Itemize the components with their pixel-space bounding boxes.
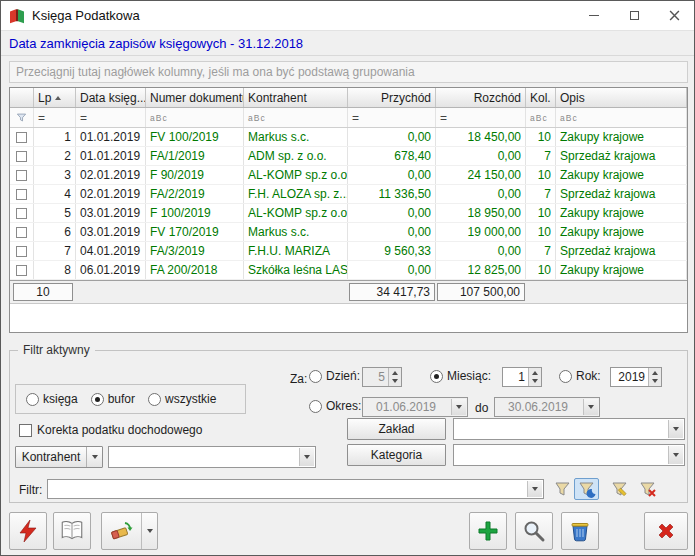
zaklad-button[interactable]: Zakład bbox=[347, 418, 446, 440]
filtr-combo-dropdown[interactable] bbox=[527, 481, 542, 497]
filter-cell-2[interactable]: aBc bbox=[146, 108, 244, 127]
cell-lp: 3 bbox=[34, 166, 76, 184]
row-select-cell[interactable] bbox=[10, 185, 34, 203]
filter-builder-button[interactable] bbox=[607, 478, 632, 500]
table-row[interactable]: 704.01.2019FA/3/2019F.H.U. MARIZA9 560,3… bbox=[10, 242, 687, 261]
close-icon bbox=[669, 10, 680, 21]
dzien-spinner[interactable]: 5 bbox=[362, 367, 402, 387]
radio-miesiac-label: Miesiąc: bbox=[447, 369, 491, 383]
minimize-button[interactable] bbox=[574, 1, 614, 30]
records-table: LpData księg...Numer dokumentuKontrahent… bbox=[9, 87, 688, 333]
renumber-button[interactable] bbox=[9, 512, 47, 550]
row-select-cell[interactable] bbox=[10, 223, 34, 241]
row-select-cell[interactable] bbox=[10, 261, 34, 279]
rok-spinner-arrows[interactable] bbox=[648, 368, 661, 386]
rok-spinner[interactable]: 2019 bbox=[610, 367, 662, 387]
row-checkbox[interactable] bbox=[16, 265, 27, 276]
okres-to-dropdown[interactable] bbox=[583, 399, 598, 415]
okres-from-date[interactable]: 01.06.2019 bbox=[362, 397, 468, 417]
filter-cell-7[interactable]: aBc bbox=[556, 108, 687, 127]
column-header-2[interactable]: Numer dokumentu bbox=[146, 88, 244, 107]
kategoria-button[interactable]: Kategoria bbox=[347, 444, 446, 466]
kontrahent-combo-dropdown[interactable] bbox=[299, 448, 314, 466]
row-select-cell[interactable] bbox=[10, 242, 34, 260]
maximize-button[interactable] bbox=[614, 1, 654, 30]
column-header-0[interactable]: Lp bbox=[34, 88, 76, 107]
filter-cell-1[interactable]: = bbox=[76, 108, 146, 127]
table-row[interactable]: 201.01.2019FA/1/2019ADM sp. z o.o.678,40… bbox=[10, 147, 687, 166]
row-checkbox[interactable] bbox=[16, 189, 27, 200]
column-header-6[interactable]: Kol. bbox=[526, 88, 556, 107]
table-row[interactable]: 402.01.2019FA/2/2019F.H. ALOZA sp. z...1… bbox=[10, 185, 687, 204]
zaklad-combo[interactable] bbox=[453, 418, 685, 440]
close-list-button[interactable] bbox=[644, 512, 688, 550]
rok-value: 2019 bbox=[611, 368, 648, 386]
dropdown-icon bbox=[673, 427, 679, 431]
cell-rozchod: 18 450,00 bbox=[436, 128, 526, 146]
filter-cell-3[interactable]: aBc bbox=[244, 108, 348, 127]
row-checkbox[interactable] bbox=[16, 227, 27, 238]
filter-cell-5[interactable]: = bbox=[436, 108, 526, 127]
column-header-3[interactable]: Kontrahent bbox=[244, 88, 348, 107]
row-select-cell[interactable] bbox=[10, 166, 34, 184]
radio-ksiega[interactable]: księga bbox=[26, 392, 78, 406]
radio-bufor[interactable]: bufor bbox=[91, 392, 135, 406]
okres-do-label: do bbox=[475, 401, 488, 415]
add-record-button[interactable] bbox=[469, 512, 507, 550]
kontrahent-button-dropdown[interactable] bbox=[86, 447, 102, 467]
miesiac-spinner[interactable]: 1 bbox=[502, 367, 542, 387]
radio-wszystkie[interactable]: wszystkie bbox=[148, 392, 216, 406]
column-header-5[interactable]: Rozchód bbox=[436, 88, 526, 107]
row-checkbox[interactable] bbox=[16, 132, 27, 143]
filter-apply-button[interactable] bbox=[550, 478, 575, 500]
filtr-combo[interactable] bbox=[47, 479, 544, 499]
table-row[interactable]: 603.01.2019FV 170/2019Markus s.c.0,0019 … bbox=[10, 223, 687, 242]
column-header-7[interactable]: Opis bbox=[556, 88, 687, 107]
book-button[interactable] bbox=[53, 512, 91, 550]
filter-live-toggle-button[interactable] bbox=[574, 478, 599, 500]
filter-cell-4[interactable]: = bbox=[348, 108, 436, 127]
radio-dzien[interactable]: Dzień: bbox=[309, 369, 360, 383]
column-header-1[interactable]: Data księg... bbox=[76, 88, 146, 107]
row-checkbox[interactable] bbox=[16, 246, 27, 257]
filter-clear-button[interactable] bbox=[635, 478, 660, 500]
view-record-button[interactable] bbox=[515, 512, 553, 550]
table-row[interactable]: 806.01.2019FA 200/2018Szkółka leśna LAS0… bbox=[10, 261, 687, 280]
okres-from-dropdown[interactable] bbox=[451, 399, 466, 415]
miesiac-spinner-arrows[interactable] bbox=[528, 368, 541, 386]
close-window-button[interactable] bbox=[654, 1, 694, 30]
za-label: Za: bbox=[290, 372, 307, 386]
cell-rozchod: 24 150,00 bbox=[436, 166, 526, 184]
row-select-cell[interactable] bbox=[10, 147, 34, 165]
row-checkbox[interactable] bbox=[16, 170, 27, 181]
kategoria-combo-dropdown[interactable] bbox=[668, 446, 683, 464]
select-column-header[interactable] bbox=[10, 88, 34, 107]
row-checkbox[interactable] bbox=[16, 151, 27, 162]
zaklad-combo-dropdown[interactable] bbox=[668, 420, 683, 438]
filter-cell-6[interactable]: aBc bbox=[526, 108, 556, 127]
kontrahent-button[interactable]: Kontrahent bbox=[15, 446, 103, 468]
column-header-4[interactable]: Przychód bbox=[348, 88, 436, 107]
filter-cell-0[interactable]: = bbox=[34, 108, 76, 127]
table-row[interactable]: 503.01.2019F 100/2019AL-KOMP sp.z o.o.0,… bbox=[10, 204, 687, 223]
cell-rozchod: 18 950,00 bbox=[436, 204, 526, 222]
operations-dropdown[interactable] bbox=[141, 513, 157, 549]
radio-rok[interactable]: Rok: bbox=[559, 369, 601, 383]
korekta-checkbox[interactable] bbox=[19, 424, 32, 437]
kategoria-combo[interactable] bbox=[453, 444, 685, 466]
row-checkbox[interactable] bbox=[16, 208, 27, 219]
radio-miesiac[interactable]: Miesiąc: bbox=[430, 369, 491, 383]
operations-button[interactable] bbox=[101, 512, 158, 550]
okres-to-date[interactable]: 30.06.2019 bbox=[494, 397, 600, 417]
radio-okres[interactable]: Okres: bbox=[309, 399, 361, 413]
table-row[interactable]: 101.01.2019FV 100/2019Markus s.c.0,0018 … bbox=[10, 128, 687, 147]
dzien-spinner-arrows[interactable] bbox=[388, 368, 401, 386]
kontrahent-combo[interactable] bbox=[108, 446, 316, 468]
open-book-icon bbox=[59, 518, 85, 544]
delete-record-button[interactable] bbox=[561, 512, 599, 550]
row-select-cell[interactable] bbox=[10, 204, 34, 222]
korekta-checkbox-item[interactable]: Korekta podatku dochodowego bbox=[19, 423, 202, 437]
row-select-cell[interactable] bbox=[10, 128, 34, 146]
table-row[interactable]: 302.01.2019F 90/2019AL-KOMP sp.z o.o.0,0… bbox=[10, 166, 687, 185]
filter-funnel-cell[interactable] bbox=[10, 108, 34, 127]
